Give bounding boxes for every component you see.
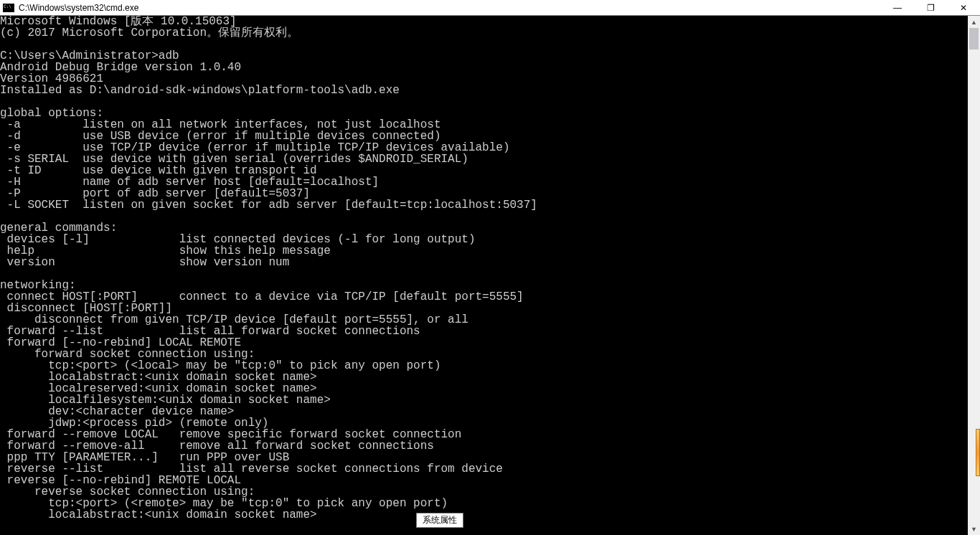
tooltip: 系统属性	[416, 513, 463, 528]
minimize-button[interactable]: —	[881, 0, 914, 15]
titlebar[interactable]: C:\Windows\system32\cmd.exe — ❐ ✕	[0, 0, 980, 16]
close-icon: ✕	[960, 3, 967, 13]
minimize-icon: —	[893, 3, 902, 13]
cmd-icon	[3, 4, 14, 12]
side-indicator	[976, 429, 980, 476]
scroll-up-arrow[interactable]: ▲	[968, 16, 980, 28]
close-button[interactable]: ✕	[947, 0, 980, 15]
terminal-area: Microsoft Windows [版本 10.0.15063] (c) 20…	[0, 16, 980, 535]
tooltip-text: 系统属性	[423, 515, 457, 525]
terminal-output[interactable]: Microsoft Windows [版本 10.0.15063] (c) 20…	[0, 16, 968, 535]
maximize-button[interactable]: ❐	[914, 0, 947, 15]
maximize-icon: ❐	[927, 3, 935, 13]
scroll-down-arrow[interactable]: ▼	[968, 523, 980, 535]
window-controls: — ❐ ✕	[881, 0, 980, 15]
scrollbar-thumb[interactable]	[969, 28, 979, 49]
window-title: C:\Windows\system32\cmd.exe	[19, 3, 138, 13]
cmd-window: C:\Windows\system32\cmd.exe — ❐ ✕ Micros…	[0, 0, 980, 535]
